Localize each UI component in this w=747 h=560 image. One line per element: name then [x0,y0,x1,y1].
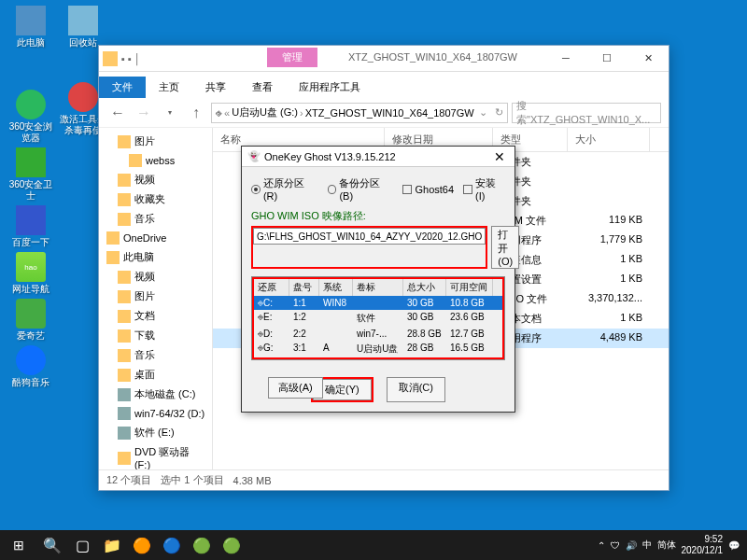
sidebar-item[interactable]: OneDrive [99,229,212,247]
close-button[interactable]: ✕ [627,46,669,70]
360-safe-icon [16,147,46,177]
recycle-bin-icon [68,6,98,35]
cancel-button[interactable]: 取消(C) [387,377,445,402]
taskbar-app-icon-1[interactable]: 🟠 [127,530,157,560]
checkbox-ghost64[interactable]: Ghost64 [402,184,454,195]
taskbar-app-icon-3[interactable]: 🟢 [187,530,217,560]
music-icon [118,213,131,226]
drive-row[interactable]: ⎆C:1:1WIN830 GB10.8 GB [254,296,502,310]
sidebar-item[interactable]: 视频 [99,267,212,287]
folder-icon [118,290,131,303]
tab-home[interactable]: 主页 [146,77,192,98]
dropdown-icon[interactable]: ⌄ [479,106,487,119]
path-label: GHO WIM ISO 映像路径: [251,209,505,223]
taskbar-explorer-icon[interactable]: 📁 [97,530,127,560]
open-button[interactable]: 打开(O) [491,226,519,269]
sidebar-item[interactable]: 软件 (E:) [99,423,212,442]
360-browser-icon [16,90,46,119]
desktop-icon-recycle-bin[interactable]: 回收站 [58,6,108,49]
folder-icon [103,51,118,66]
ime-indicator-1[interactable]: 中 [642,539,652,552]
sidebar-item[interactable]: 桌面 [99,365,212,385]
taskbar-app-icon-2[interactable]: 🔵 [157,530,187,560]
task-view-icon[interactable]: ▢ [67,530,97,560]
folder-icon [118,135,131,148]
search-input[interactable]: 搜索"XTZ_GHOST_WIN10_X... [512,103,661,123]
sidebar-item[interactable]: 此电脑 [99,247,212,267]
drive-row[interactable]: ⎆G:3:1AU启动U盘28 GB16.5 GB [254,341,502,357]
tab-app-tools[interactable]: 应用程序工具 [286,77,374,98]
dialog-close-button[interactable]: ✕ [490,149,509,164]
sidebar-item[interactable]: win7-64/32 (D:) [99,404,212,423]
refresh-icon[interactable]: ↻ [495,106,503,119]
minimize-button[interactable]: ─ [545,46,586,70]
dialog-titlebar[interactable]: 👻 OneKey Ghost V13.9.15.212 ✕ [242,147,514,167]
drive-icon: ⎆ [216,107,222,119]
tab-share[interactable]: 共享 [192,77,239,98]
ime-indicator-2[interactable]: 简体 [657,539,676,552]
start-button[interactable]: ⊞ [0,530,37,560]
search-icon[interactable]: 🔍 [37,530,67,560]
desktop-icon-iqiyi[interactable]: 爱奇艺 [6,299,56,342]
baidu-icon [16,205,46,235]
sidebar-item[interactable]: 音乐 [99,345,212,365]
tray-up-icon[interactable]: ⌃ [598,540,605,551]
ribbon-tabs: 文件 主页 共享 查看 应用程序工具 管理 XTZ_GHOST_WIN10_X6… [99,72,669,98]
sidebar-item[interactable]: 本地磁盘 (C:) [99,385,212,404]
col-size[interactable]: 大小 [568,128,650,151]
folder-icon [129,154,142,167]
window-title: XTZ_GHOST_WIN10_X64_1807GW [348,51,517,63]
image-path-input[interactable]: G:\FLHS_GHOST_WIN10_64_AZYY_V2020_12.GHO [253,228,486,245]
checkbox-install[interactable]: 安装(I) [463,176,505,202]
up-button[interactable]: ↑ [185,102,207,124]
star-icon [118,193,131,206]
desktop-icon-hao123[interactable]: hao 网址导航 [6,252,56,295]
advanced-button[interactable]: 高级(A) [268,377,323,399]
radio-backup[interactable]: 备份分区(B) [328,176,394,202]
folder-icon [118,369,131,382]
folder-icon [118,174,131,187]
iqiyi-icon [16,299,46,329]
desktop-icon-baidu[interactable]: 百度一下 [6,205,56,248]
status-bar: 12 个项目 选中 1 个项目 4.38 MB [99,469,669,490]
disk-icon [118,407,131,420]
back-button[interactable]: ← [106,102,129,124]
onekey-ghost-dialog: 👻 OneKey Ghost V13.9.15.212 ✕ 还原分区(R) 备份… [241,146,515,413]
folder-icon [118,271,131,284]
sidebar-item[interactable]: 文档 [99,306,212,326]
taskbar-app-icon-4[interactable]: 🟢 [217,530,247,560]
sidebar-item[interactable]: 音乐 [99,209,212,229]
sidebar-item[interactable]: webss [99,151,212,170]
drive-row[interactable]: ⎆D:2:2win7-...28.8 GB12.7 GB [254,327,502,341]
sidebar-item[interactable]: 下载 [99,326,212,345]
desktop-icon-360safe[interactable]: 360安全卫士 [6,147,56,202]
maximize-button[interactable]: ☐ [586,46,627,70]
desktop-icon-kugou[interactable]: 酷狗音乐 [6,345,56,388]
tab-view[interactable]: 查看 [239,77,286,98]
desktop-icon-360browser[interactable]: 360安全浏览器 [6,90,56,144]
navigation-pane[interactable]: 图片webss视频收藏夹音乐OneDrive此电脑视频图片文档下载音乐桌面本地磁… [99,128,213,490]
hao123-icon: hao [16,252,46,282]
sidebar-item[interactable]: 视频 [99,170,212,189]
notifications-icon[interactable]: 💬 [728,540,740,551]
folder-icon [118,349,131,362]
disk-icon [118,427,131,440]
drive-row[interactable]: ⎆E:1:2软件30 GB23.6 GB [254,310,502,327]
sidebar-item[interactable]: 图片 [99,132,212,151]
forward-button[interactable]: → [133,102,155,124]
manage-label: 管理 [267,48,317,67]
tab-file[interactable]: 文件 [99,77,146,98]
sidebar-item[interactable]: 收藏夹 [99,189,212,209]
pc-icon [106,251,120,264]
radio-restore[interactable]: 还原分区(R) [251,176,318,202]
dialog-title: OneKey Ghost V13.9.15.212 [264,151,396,162]
kugou-icon [16,345,46,375]
tray-security-icon[interactable]: 🛡 [611,540,620,551]
sidebar-item[interactable]: 图片 [99,287,212,306]
tray-volume-icon[interactable]: 🔊 [626,540,637,551]
clock[interactable]: 9:52 2020/12/1 [682,534,724,556]
breadcrumb[interactable]: ⎆ « U启动U盘 (G:) › XTZ_GHOST_WIN10_X64_180… [211,103,508,123]
desktop-icon-this-pc[interactable]: 此电脑 [6,6,56,49]
recent-button[interactable]: ▾ [159,102,181,124]
ghost-icon: 👻 [247,150,261,162]
